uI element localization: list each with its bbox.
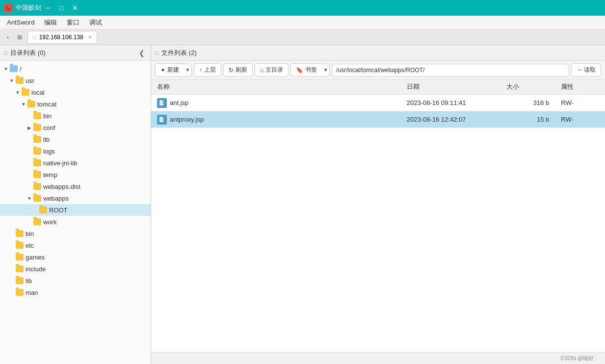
status-text: CSDN @喵好、 [561,355,599,362]
tree-item-native-jni-lib[interactable]: native-jni-lib [0,157,151,169]
tree-label-lib: lib [43,136,50,143]
bookmark-button[interactable]: 🔖 书签 [290,63,322,77]
tree-item-include[interactable]: include [0,263,151,275]
tree-item-lib[interactable]: lib [0,133,151,145]
tree-label-temp: temp [43,171,57,179]
tree-item-bin2[interactable]: bin [0,228,151,239]
tree-item-man[interactable]: man [0,286,151,298]
file-name: antproxy.jsp [170,116,204,123]
col-attr[interactable]: 属性 [555,79,605,95]
file-table: 名称 日期 大小 属性 ant.jsp2023-08-16 09:11:4131… [151,79,605,128]
menu-antsword[interactable]: AntSword [2,17,39,28]
folder-icon-work [33,218,41,225]
tree-label-conf: conf [43,124,55,131]
tree-item-logs[interactable]: logs [0,145,151,157]
tree-container[interactable]: ▼/▼usr▼local▼tomcatbin▶confliblogsnative… [0,61,151,364]
tree-label-ROOT: ROOT [49,207,68,214]
tree-toggle-conf[interactable]: ▶ [26,124,33,131]
file-table-body: ant.jsp2023-08-16 09:11:41316 bRW-antpro… [151,95,605,128]
tab-nav-back[interactable]: ‹ [2,31,14,43]
tree-item-webapps[interactable]: ▼webapps [0,192,151,204]
tab-connection[interactable]: □ 192.168.106.138 × [27,31,97,44]
left-panel: □ 目录列表 (0) ❮ ▼/▼usr▼local▼tomcatbin▶conf… [0,45,151,364]
tree-toggle-temp [26,171,33,179]
folder-icon-tomcat [27,101,35,107]
tree-item-root[interactable]: ▼/ [0,63,151,75]
tree-item-etc[interactable]: etc [0,239,151,251]
menu-edit[interactable]: 编辑 [39,16,62,29]
tree-item-conf[interactable]: ▶conf [0,122,151,133]
folder-icon-conf [33,124,41,131]
tab-close-button[interactable]: × [88,33,92,41]
tree-item-ROOT[interactable]: ROOT [0,204,151,216]
folder-icon: □ [4,50,7,56]
tree-label-bin2: bin [26,230,34,237]
tabbar: ‹ ⊞ □ 192.168.106.138 × [0,29,605,45]
tree-item-bin[interactable]: bin [0,110,151,122]
tree-item-work[interactable]: work [0,216,151,228]
folder-icon-games [16,254,24,260]
file-size: 316 b [500,95,555,111]
col-size[interactable]: 大小 [500,79,555,95]
tree-label-webapps: webapps [43,195,69,202]
toolbar: ✦ 新建 ▼ ↑ 上层 ↻ 刷新 ⌂ 主目录 🔖 书签 [151,61,605,79]
home-button[interactable]: ⌂ 主目录 [255,63,289,77]
folder-icon-include [16,265,24,272]
tree-item-tomcat[interactable]: ▼tomcat [0,98,151,110]
tree-label-games: games [26,254,45,261]
app-icon: 🐜 [4,3,13,12]
file-name: ant.jsp [170,99,188,106]
tree-label-native-jni-lib: native-jni-lib [43,159,77,167]
tree-toggle-man [8,288,16,296]
tree-item-webapps.dist[interactable]: webapps.dist [0,181,151,192]
path-input[interactable] [332,64,569,77]
bookmark-dropdown-arrow[interactable]: ▼ [322,64,330,77]
table-row[interactable]: ant.jsp2023-08-16 09:11:41316 bRW- [151,95,605,111]
tree-toggle-lib [26,135,33,143]
tab-icon: □ [33,34,36,40]
menu-window[interactable]: 窗口 [62,16,84,29]
col-date[interactable]: 日期 [401,79,501,95]
tree-item-usr[interactable]: ▼usr [0,75,151,86]
tree-item-lib2[interactable]: lib [0,275,151,286]
tree-toggle-usr[interactable]: ▼ [8,77,16,84]
menubar: AntSword 编辑 窗口 调试 [0,16,605,29]
close-button[interactable]: ✕ [69,3,81,13]
tree-label-local: local [31,89,45,96]
tree-toggle-webapps[interactable]: ▼ [26,194,33,202]
maximize-button[interactable]: □ [55,3,68,13]
left-panel-title: 目录列表 (0) [10,49,46,57]
tree-toggle-root[interactable]: ▼ [2,65,10,73]
folder-icon-root [10,65,18,72]
col-name[interactable]: 名称 [151,79,401,95]
tree-item-temp[interactable]: temp [0,169,151,181]
tree-label-bin: bin [43,112,52,120]
new-button[interactable]: ✦ 新建 [155,63,184,77]
tab-nav-grid[interactable]: ⊞ [14,31,26,43]
minimize-button[interactable]: ─ [41,3,54,13]
menu-debug[interactable]: 调试 [84,16,107,29]
tree-toggle-local[interactable]: ▼ [14,88,22,96]
collapse-button[interactable]: ❮ [137,48,147,58]
tree-item-games[interactable]: games [0,251,151,263]
tab-label: 192.168.106.138 [39,34,83,41]
up-icon: ↑ [199,67,202,74]
right-panel-title: 文件列表 (2) [161,49,197,57]
read-button[interactable]: → 读取 [571,63,601,77]
file-date: 2023-08-16 09:11:41 [401,95,501,111]
up-button[interactable]: ↑ 上层 [194,63,221,77]
right-panel: □ 文件列表 (2) ✦ 新建 ▼ ↑ 上层 ↻ 刷新 ⌂ 主目录 [151,45,605,364]
new-dropdown-arrow[interactable]: ▼ [184,64,192,77]
file-table-header: 名称 日期 大小 属性 [151,79,605,95]
refresh-button[interactable]: ↻ 刷新 [223,63,253,77]
table-row[interactable]: antproxy.jsp2023-08-16 12:42:0715 bRW- [151,111,605,128]
folder-icon-native-jni-lib [33,159,41,166]
tree-toggle-tomcat[interactable]: ▼ [20,100,27,108]
tree-label-usr: usr [26,77,34,84]
folder-icon-usr [16,77,24,84]
statusbar: CSDN @喵好、 [151,352,605,364]
folder-icon-lib [33,136,41,143]
folder-icon-bin [33,112,41,119]
file-table-container[interactable]: 名称 日期 大小 属性 ant.jsp2023-08-16 09:11:4131… [151,79,605,352]
tree-item-local[interactable]: ▼local [0,86,151,98]
